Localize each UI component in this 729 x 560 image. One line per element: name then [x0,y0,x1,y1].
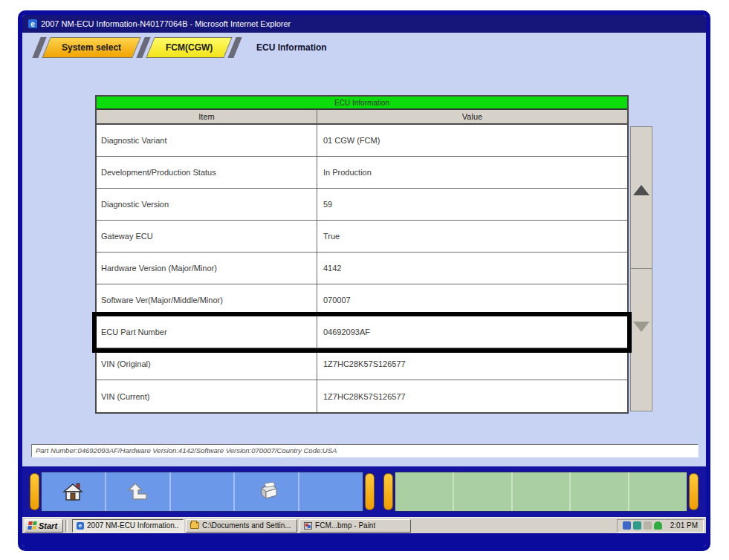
item-cell: VIN (Original) [97,348,317,380]
internet-explorer-icon: e [77,522,84,530]
printer-icon [256,482,278,501]
home-icon [62,482,84,501]
windows-flag-icon [27,521,37,530]
window-title: 2007 NM-ECU Information-N40177064B - Mic… [41,19,291,28]
breadcrumb-tabs: System select FCM(CGW) ECU Information [33,37,342,58]
tray-app-icon[interactable] [644,521,652,530]
value-cell: 1Z7HC28K57S126577 [317,348,627,380]
item-cell: Hardware Version (Major/Minor) [97,253,317,284]
start-button[interactable]: Start [25,519,63,533]
windows-taskbar: Start e 2007 NM-ECU Information... C:\Do… [22,517,706,533]
toolbar-empty-button [299,472,363,511]
print-button[interactable] [235,472,299,511]
item-cell: Diagnostic Variant [97,125,317,156]
item-cell: Development/Production Status [97,157,317,188]
item-cell: Gateway ECU [97,221,317,252]
taskbar-task-paint[interactable]: FCM...bmp - Paint [299,519,411,533]
table-title: ECU Information [97,97,627,110]
tray-app-icon[interactable] [633,521,641,530]
toolbar-cap [689,473,699,510]
value-cell: 01 CGW (FCM) [317,125,627,156]
toolbar-empty-button [454,472,513,511]
table-scrollbar[interactable] [630,126,652,411]
toolbar-right-group [382,472,700,512]
table-row: Software Ver(Major/Middle/Minor) 070007 [97,284,627,316]
start-label: Start [39,521,57,530]
table-row: Gateway ECU True [97,221,627,253]
scrollbar-divider [631,268,652,269]
value-cell: 1Z7HC28K57S126577 [317,380,627,412]
toolbar-cap [30,473,39,510]
tab-ecu-information[interactable]: ECU Information [238,37,346,58]
item-cell: ECU Part Number [97,316,317,348]
taskbar-task-ecu-information[interactable]: e 2007 NM-ECU Information... [72,519,184,533]
toolbar-empty-button [513,472,571,511]
paint-icon [304,522,312,530]
toolbar-empty-button [171,472,236,511]
taskbar-clock: 2:01 PM [670,521,698,530]
value-cell: 070007 [317,284,627,316]
table-row: VIN (Original) 1Z7HC28K57S126577 [97,348,627,380]
tray-status-icon[interactable] [654,521,662,530]
value-cell: 59 [317,189,627,220]
browser-window: e 2007 NM-ECU Information-N40177064B - M… [18,10,710,551]
table-row: VIN (Current) 1Z7HC28K57S126577 [97,380,627,412]
taskbar-separator [65,520,68,532]
up-arrow-icon [126,481,149,502]
column-header-value: Value [317,110,627,123]
toolbar-left-group [28,472,376,512]
toolbar-cap [365,473,375,510]
table-row: Development/Production Status In Product… [97,157,627,189]
toolbar-cap [383,473,393,510]
app-content: System select FCM(CGW) ECU Information E… [22,33,706,517]
table-row: Diagnostic Version 59 [97,189,627,221]
item-cell: Software Ver(Major/Middle/Minor) [97,284,317,316]
scroll-up-icon[interactable] [633,185,649,195]
value-cell: 04692093AF [317,316,627,348]
tab-fcm-cgw[interactable]: FCM(CGW) [146,37,233,58]
back-up-button[interactable] [106,472,171,511]
home-button[interactable] [42,472,106,511]
column-header-item: Item [97,110,317,123]
table-header-row: Item Value [97,110,627,125]
toolbar-empty-button [395,472,454,511]
screenshot-frame: e 2007 NM-ECU Information-N40177064B - M… [0,0,729,560]
toolbar-empty-button [629,472,687,511]
value-cell: 4142 [317,253,627,284]
internet-explorer-icon: e [28,19,37,28]
system-tray: 2:01 PM [617,519,704,533]
tab-system-select[interactable]: System select [42,37,140,58]
tray-app-icon[interactable] [623,521,631,530]
ecu-information-table: ECU Information Item Value Diagnostic Va… [95,95,629,414]
bottom-toolbar [22,466,706,517]
item-cell: VIN (Current) [97,380,317,412]
taskbar-task-documents-folder[interactable]: C:\Documents and Settin... [186,519,297,533]
title-bar: e 2007 NM-ECU Information-N40177064B - M… [22,15,706,33]
table-row-highlighted-ecu-part-number: ECU Part Number 04692093AF [97,316,627,348]
status-summary-field[interactable]: Part Number:04692093AF/Hardware Version:… [31,444,699,458]
value-cell: True [317,221,627,252]
toolbar-empty-button [571,472,629,511]
item-cell: Diagnostic Version [97,189,317,220]
window-footer-strip [22,533,706,547]
scroll-down-icon[interactable] [633,322,649,332]
table-row: Hardware Version (Major/Minor) 4142 [97,253,627,284]
folder-icon [190,522,199,529]
table-row: Diagnostic Variant 01 CGW (FCM) [97,125,627,157]
value-cell: In Production [317,157,627,188]
